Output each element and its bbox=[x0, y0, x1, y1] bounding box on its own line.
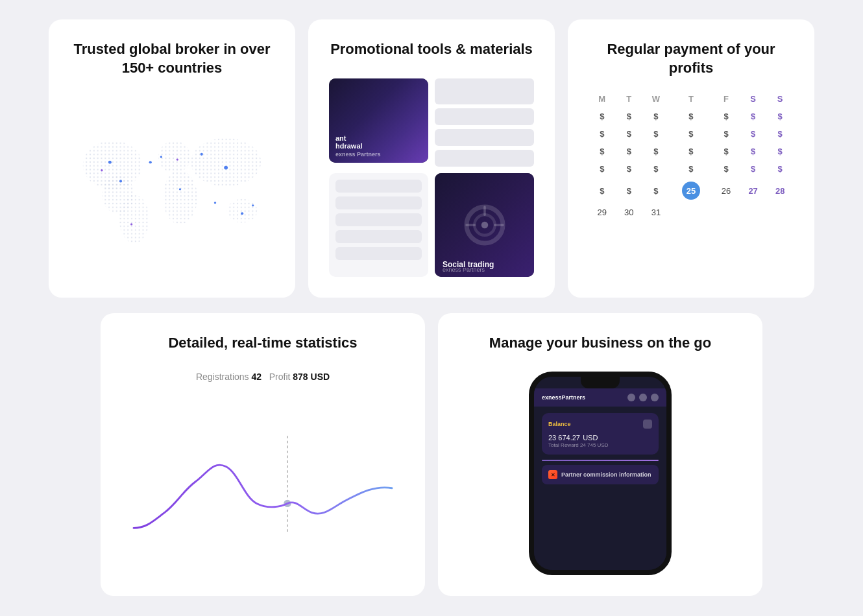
svg-point-14 bbox=[241, 212, 243, 215]
promo-bar-4 bbox=[435, 150, 534, 167]
cal-cell-weekend: $ bbox=[740, 160, 767, 178]
cal-cell: $ bbox=[712, 108, 740, 125]
cal-cell: $ bbox=[712, 143, 740, 160]
promo-bar-1 bbox=[435, 78, 534, 104]
cal-cell: $ bbox=[670, 125, 713, 143]
balance-sub: Total Reward 24 745 USD bbox=[548, 442, 652, 448]
phone-top-bar: exnessPartners bbox=[534, 388, 666, 407]
world-map-svg bbox=[69, 97, 274, 276]
stats-title: Detailed, real-time statistics bbox=[121, 334, 404, 353]
svg-point-10 bbox=[149, 161, 152, 163]
profit-value: 878 USD bbox=[293, 372, 330, 382]
cal-day-26: 26 bbox=[712, 178, 740, 204]
cal-today: 25 bbox=[670, 178, 713, 204]
cal-day-t1: T bbox=[616, 90, 643, 108]
svg-point-12 bbox=[201, 153, 203, 156]
top-row: Trusted global broker in over 150+ count… bbox=[49, 19, 814, 298]
balance-card: Balance 23 674.27 USD Total Reward 24 74… bbox=[542, 413, 659, 455]
svg-point-4 bbox=[158, 141, 191, 173]
commission-icon: ✕ bbox=[548, 470, 557, 479]
line-chart-svg bbox=[121, 395, 404, 575]
promo-title: Promotional tools & materials bbox=[329, 40, 534, 59]
stats-info: Registrations 42 Profit 878 USD bbox=[121, 372, 404, 382]
cal-cell: $ bbox=[642, 125, 670, 143]
cal-cell-weekend: $ bbox=[766, 108, 794, 125]
commission-card: ✕ Partner commission information bbox=[542, 465, 659, 484]
promo-social: Social trading exness Partners bbox=[435, 173, 534, 277]
bottom-row: Detailed, real-time statistics Registrat… bbox=[49, 313, 814, 597]
phone-icon-3 bbox=[651, 394, 659, 401]
cal-cell: $ bbox=[642, 178, 670, 204]
card-mobile: Manage your business on the go exnessPar… bbox=[438, 313, 762, 597]
world-map-title: Trusted global broker in over 150+ count… bbox=[69, 40, 274, 77]
promo-banner-1: ant hdrawal exness Partners bbox=[329, 78, 428, 163]
cal-cell-weekend: $ bbox=[740, 125, 767, 143]
promo-bar-2 bbox=[435, 108, 534, 125]
cal-cell: $ bbox=[616, 108, 643, 125]
phone-notch bbox=[581, 377, 620, 388]
promo-lines bbox=[329, 173, 428, 277]
cal-cell: $ bbox=[712, 125, 740, 143]
cal-cell: $ bbox=[670, 143, 713, 160]
calendar-table: M T W T F S S $ $ $ $ $ bbox=[589, 90, 794, 221]
balance-amount: 23 674.27 USD bbox=[548, 431, 652, 442]
svg-point-7 bbox=[227, 199, 258, 223]
card-calendar: Regular payment of your profits M T W T … bbox=[568, 19, 814, 298]
cal-cell: $ bbox=[616, 178, 643, 204]
phone-brand: exnessPartners bbox=[542, 394, 585, 401]
svg-point-5 bbox=[163, 171, 197, 224]
promo-line-5 bbox=[335, 247, 422, 260]
cal-day-s2: S bbox=[766, 90, 794, 108]
registrations-label: Registrations bbox=[196, 372, 249, 382]
cal-day-30: 30 bbox=[616, 204, 643, 221]
svg-point-6 bbox=[191, 138, 261, 187]
cal-day-27: 27 bbox=[740, 178, 767, 204]
promo-bar-3 bbox=[435, 129, 534, 146]
promo-line-2 bbox=[335, 196, 422, 209]
mobile-title: Manage your business on the go bbox=[489, 334, 711, 353]
cal-cell: $ bbox=[642, 108, 670, 125]
phone-frame: exnessPartners Balance bbox=[529, 372, 672, 575]
cal-cell: $ bbox=[589, 108, 616, 125]
cal-day-s1: S bbox=[740, 90, 767, 108]
cal-cell: $ bbox=[616, 160, 643, 178]
steering-wheel-icon bbox=[449, 202, 520, 248]
profit-label: Profit bbox=[269, 372, 291, 382]
main-container: Trusted global broker in over 150+ count… bbox=[49, 19, 814, 596]
balance-cents: .27 bbox=[570, 434, 580, 442]
svg-point-16 bbox=[179, 188, 181, 190]
svg-point-13 bbox=[176, 159, 178, 161]
cal-cell: $ bbox=[642, 160, 670, 178]
cal-cell: $ bbox=[670, 160, 713, 178]
phone-icon-group bbox=[627, 394, 659, 401]
cal-cell: $ bbox=[712, 160, 740, 178]
cal-cell: $ bbox=[589, 178, 616, 204]
commission-label: Partner commission information bbox=[561, 471, 651, 478]
cal-cell: $ bbox=[589, 125, 616, 143]
promo-text: ant hdrawal exness Partners bbox=[335, 134, 381, 158]
phone-screen: exnessPartners Balance bbox=[534, 388, 666, 570]
svg-point-18 bbox=[101, 169, 103, 171]
cal-cell: $ bbox=[670, 108, 713, 125]
cal-cell-weekend: $ bbox=[766, 143, 794, 160]
phone-wrapper: exnessPartners Balance bbox=[529, 372, 672, 575]
balance-label: Balance bbox=[548, 421, 571, 427]
cal-cell-weekend: $ bbox=[740, 143, 767, 160]
calendar-title: Regular payment of your profits bbox=[589, 40, 794, 77]
cal-cell-weekend: $ bbox=[740, 108, 767, 125]
stats-chart bbox=[121, 395, 404, 575]
cal-cell: $ bbox=[642, 143, 670, 160]
balance-currency: USD bbox=[583, 434, 598, 442]
svg-point-26 bbox=[481, 221, 488, 228]
cal-day-f: F bbox=[712, 90, 740, 108]
promo-line-3 bbox=[335, 213, 422, 226]
social-brand: exness Partners bbox=[443, 267, 485, 273]
promo-grid: ant hdrawal exness Partners bbox=[329, 78, 534, 277]
world-map bbox=[69, 97, 274, 276]
card-promo: Promotional tools & materials ant hdrawa… bbox=[308, 19, 555, 298]
cal-day-t2: T bbox=[670, 90, 713, 108]
balance-icon bbox=[643, 420, 652, 429]
svg-point-8 bbox=[108, 161, 112, 164]
balance-header: Balance bbox=[548, 420, 652, 429]
phone-divider bbox=[542, 460, 659, 461]
